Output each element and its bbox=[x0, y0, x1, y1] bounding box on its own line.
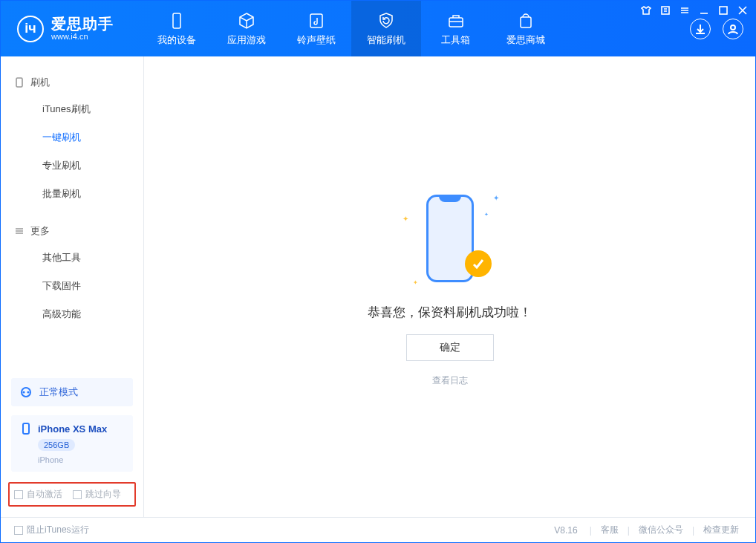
sidebar-item-other-tools[interactable]: 其他工具 bbox=[1, 244, 143, 272]
user-button[interactable] bbox=[723, 19, 743, 39]
nav-smart-flash[interactable]: 智能刷机 bbox=[351, 1, 421, 56]
close-icon[interactable] bbox=[737, 5, 748, 16]
checkbox-block-itunes[interactable]: 阻止iTunes运行 bbox=[14, 524, 89, 536]
section-title: 更多 bbox=[30, 224, 50, 238]
nav-label: 爱思商城 bbox=[506, 33, 545, 47]
nav-my-device[interactable]: 我的设备 bbox=[142, 1, 212, 56]
footer-link-update[interactable]: 检查更新 bbox=[700, 524, 742, 536]
svg-rect-3 bbox=[310, 14, 322, 27]
svg-rect-5 bbox=[521, 17, 531, 27]
checkbox-label: 阻止iTunes运行 bbox=[27, 524, 89, 536]
footer-link-support[interactable]: 客服 bbox=[598, 524, 622, 536]
refresh-shield-icon bbox=[377, 11, 396, 30]
app-window: iч 爱思助手 www.i4.cn 我的设备 应用游戏 铃声壁纸 智能刷机 bbox=[0, 0, 756, 543]
sidebar-item-advanced[interactable]: 高级功能 bbox=[1, 300, 143, 328]
window-controls bbox=[641, 5, 748, 16]
svg-rect-1 bbox=[720, 7, 727, 14]
checkbox-icon bbox=[14, 490, 23, 499]
svg-rect-4 bbox=[449, 18, 463, 27]
checkbox-icon bbox=[73, 490, 82, 499]
sidebar: 刷机 iTunes刷机 一键刷机 专业刷机 批量刷机 更多 其他工具 下载固件 … bbox=[1, 56, 144, 517]
sidebar-section-flash: 刷机 bbox=[1, 70, 143, 95]
shirt-icon[interactable] bbox=[641, 5, 651, 16]
footer: 阻止iTunes运行 V8.16 | 客服 | 微信公众号 | 检查更新 bbox=[1, 517, 755, 542]
minimize-icon[interactable] bbox=[699, 5, 709, 16]
main-content: ✦ ✦ ✦ ✦ 恭喜您，保资料刷机成功啦！ 确定 查看日志 bbox=[144, 56, 755, 517]
device-mode-box[interactable]: 正常模式 bbox=[11, 378, 133, 406]
app-subtitle: www.i4.cn bbox=[51, 32, 114, 41]
menu-icon[interactable] bbox=[680, 5, 690, 16]
separator: | bbox=[686, 525, 700, 536]
check-badge-icon bbox=[465, 250, 492, 277]
app-logo: iч 爱思助手 www.i4.cn bbox=[1, 1, 142, 56]
success-message: 恭喜您，保资料刷机成功啦！ bbox=[368, 304, 532, 321]
view-log-link[interactable]: 查看日志 bbox=[432, 374, 468, 387]
separator: | bbox=[584, 525, 598, 536]
logo-mark-icon: iч bbox=[17, 16, 44, 42]
sidebar-item-oneclick-flash[interactable]: 一键刷机 bbox=[1, 123, 143, 152]
ok-button[interactable]: 确定 bbox=[406, 334, 494, 361]
phone-icon bbox=[167, 11, 186, 30]
svg-point-9 bbox=[22, 391, 25, 393]
svg-rect-11 bbox=[23, 423, 29, 434]
checkbox-label: 自动激活 bbox=[27, 488, 62, 501]
checkbox-auto-activate[interactable]: 自动激活 bbox=[14, 488, 62, 501]
music-icon bbox=[307, 11, 326, 30]
mode-label: 正常模式 bbox=[39, 386, 78, 399]
sidebar-item-batch-flash[interactable]: 批量刷机 bbox=[1, 180, 143, 208]
device-info-box[interactable]: iPhone XS Max 256GB iPhone bbox=[11, 415, 133, 472]
app-title: 爱思助手 bbox=[51, 16, 114, 32]
mode-icon bbox=[20, 386, 32, 398]
nav-label: 工具箱 bbox=[441, 33, 470, 47]
cube-icon bbox=[237, 11, 256, 30]
sidebar-item-pro-flash[interactable]: 专业刷机 bbox=[1, 152, 143, 180]
device-capacity: 256GB bbox=[38, 439, 75, 451]
header: iч 爱思助手 www.i4.cn 我的设备 应用游戏 铃声壁纸 智能刷机 bbox=[1, 1, 755, 56]
checkbox-skip-wizard[interactable]: 跳过向导 bbox=[73, 488, 121, 501]
toolbox-icon bbox=[446, 11, 466, 30]
menu-icon bbox=[14, 226, 25, 236]
svg-rect-0 bbox=[662, 7, 669, 14]
svg-rect-7 bbox=[16, 78, 22, 87]
sidebar-section-more: 更多 bbox=[1, 218, 143, 244]
svg-point-6 bbox=[731, 25, 735, 30]
nav-ringtones[interactable]: 铃声壁纸 bbox=[281, 1, 351, 56]
success-illustration: ✦ ✦ ✦ ✦ bbox=[398, 186, 502, 290]
footer-link-wechat[interactable]: 微信公众号 bbox=[636, 524, 686, 536]
section-title: 刷机 bbox=[30, 76, 50, 89]
sparkle-icon: ✦ bbox=[413, 279, 418, 286]
separator: | bbox=[622, 525, 636, 536]
version-label: V8.16 bbox=[554, 525, 583, 536]
sparkle-icon: ✦ bbox=[403, 215, 408, 223]
checkbox-icon bbox=[14, 526, 23, 535]
nav-store[interactable]: 爱思商城 bbox=[491, 1, 561, 56]
nav-apps-games[interactable]: 应用游戏 bbox=[212, 1, 281, 56]
sparkle-icon: ✦ bbox=[493, 194, 499, 202]
nav-label: 铃声壁纸 bbox=[297, 33, 336, 47]
store-icon bbox=[516, 11, 535, 30]
phone-small-icon bbox=[20, 423, 32, 435]
checkbox-label: 跳过向导 bbox=[85, 488, 121, 501]
device-type: iPhone bbox=[38, 455, 63, 464]
nav-label: 我的设备 bbox=[157, 33, 196, 47]
sidebar-item-itunes-flash[interactable]: iTunes刷机 bbox=[1, 95, 143, 123]
maximize-icon[interactable] bbox=[718, 5, 729, 16]
nav-label: 智能刷机 bbox=[367, 33, 405, 47]
device-icon bbox=[14, 77, 25, 88]
nav-label: 应用游戏 bbox=[227, 33, 266, 47]
body: 刷机 iTunes刷机 一键刷机 专业刷机 批量刷机 更多 其他工具 下载固件 … bbox=[1, 56, 755, 517]
sparkle-icon: ✦ bbox=[484, 212, 489, 218]
download-button[interactable] bbox=[690, 19, 711, 39]
svg-point-10 bbox=[27, 391, 29, 393]
flash-options-highlighted: 自动激活 跳过向导 bbox=[8, 482, 136, 507]
svg-rect-2 bbox=[173, 13, 180, 28]
device-name: iPhone XS Max bbox=[38, 423, 107, 435]
nav-toolbox[interactable]: 工具箱 bbox=[421, 1, 491, 56]
top-nav: 我的设备 应用游戏 铃声壁纸 智能刷机 工具箱 爱思商城 bbox=[142, 1, 561, 56]
sidebar-item-download-firmware[interactable]: 下载固件 bbox=[1, 272, 143, 300]
note-icon[interactable] bbox=[660, 5, 671, 16]
